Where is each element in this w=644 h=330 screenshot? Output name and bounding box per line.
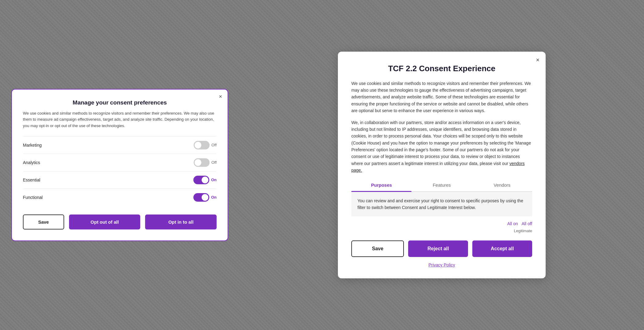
right-modal: × TCF 2.2 Consent Experience We use cook… [338, 52, 546, 279]
functional-toggle-track[interactable] [193, 193, 209, 202]
essential-label: Essential [23, 178, 40, 182]
right-panel: × TCF 2.2 Consent Experience We use cook… [243, 52, 640, 279]
functional-toggle-thumb [202, 194, 208, 201]
analytics-toggle-label: Off [211, 160, 217, 165]
marketing-toggle[interactable]: Off [194, 141, 217, 149]
left-save-button[interactable]: Save [23, 215, 64, 229]
consent-row-functional: Functional On [23, 189, 217, 206]
essential-toggle-label: On [211, 178, 217, 182]
left-modal-title: Manage your consent preferences [23, 99, 217, 106]
tab-purposes[interactable]: Purposes [351, 179, 412, 191]
right-modal-close-button[interactable]: × [536, 57, 540, 64]
all-off-link[interactable]: All off [521, 221, 532, 226]
essential-toggle-thumb [202, 177, 208, 183]
essential-toggle-track[interactable] [193, 176, 209, 184]
marketing-toggle-thumb [195, 142, 201, 148]
functional-toggle[interactable]: On [193, 193, 217, 202]
marketing-toggle-track[interactable] [194, 141, 210, 149]
right-modal-description-1: We use cookies and similar methods to re… [351, 80, 532, 114]
marketing-toggle-label: Off [211, 143, 217, 147]
analytics-toggle[interactable]: Off [194, 158, 217, 167]
functional-toggle-label: On [211, 195, 217, 200]
functional-label: Functional [23, 195, 43, 200]
left-modal-buttons: Save Opt out of all Opt in to all [23, 215, 217, 229]
legitimate-label: Legitimate [351, 229, 532, 233]
privacy-policy-link-container: Privacy Policy [351, 262, 532, 267]
left-modal-close-button[interactable]: × [219, 94, 222, 99]
right-modal-title: TCF 2.2 Consent Experience [351, 64, 532, 73]
right-modal-description-2: We, in collaboration with our partners, … [351, 119, 532, 174]
essential-toggle[interactable]: On [193, 176, 217, 184]
right-save-button[interactable]: Save [351, 240, 404, 257]
tab-features[interactable]: Features [412, 179, 472, 191]
left-modal: × Manage your consent preferences We use… [11, 89, 228, 241]
tabs-row: Purposes Features Vendors [351, 179, 532, 192]
right-modal-buttons: Save Reject all Accept all [351, 240, 532, 257]
analytics-label: Analytics [23, 160, 40, 165]
opt-in-all-button[interactable]: Opt in to all [145, 215, 217, 229]
opt-out-all-button[interactable]: Opt out of all [69, 215, 141, 229]
marketing-label: Marketing [23, 143, 42, 148]
all-links: All on All off [351, 221, 532, 226]
all-on-link[interactable]: All on [507, 221, 518, 226]
accept-all-button[interactable]: Accept all [472, 240, 532, 257]
consent-row-marketing: Marketing Off [23, 136, 217, 154]
consent-row-essential: Essential On [23, 171, 217, 189]
consent-row-analytics: Analytics Off [23, 154, 217, 171]
analytics-toggle-thumb [195, 159, 201, 166]
left-modal-description: We use cookies and similar methods to re… [23, 110, 217, 129]
reject-all-button[interactable]: Reject all [408, 240, 468, 257]
tab-content-box: You can review and and exercise your rig… [351, 192, 532, 217]
left-panel: × Manage your consent preferences We use… [4, 89, 236, 241]
tab-vendors[interactable]: Vendors [472, 179, 532, 191]
analytics-toggle-track[interactable] [194, 158, 210, 167]
privacy-policy-link[interactable]: Privacy Policy [428, 262, 455, 267]
